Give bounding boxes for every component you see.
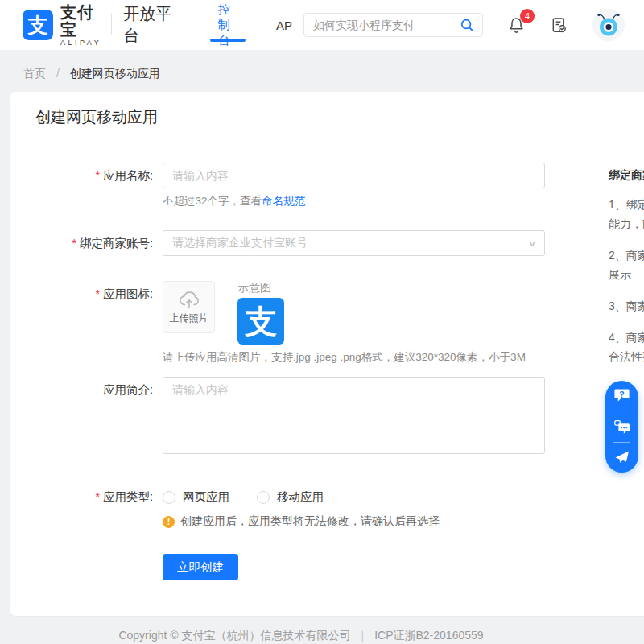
side-panel-paragraph: 3、商家账 bbox=[609, 296, 644, 316]
form-row-bind-account: *绑定商家账号: 请选择商家企业支付宝账号 ∨ bbox=[10, 230, 584, 256]
breadcrumb-current: 创建网页移动应用 bbox=[70, 67, 160, 80]
icp-license: ICP证浙B2-20160559 bbox=[374, 629, 483, 642]
form-row-app-desc: 应用简介: bbox=[10, 377, 584, 457]
app-desc-textarea[interactable] bbox=[163, 377, 545, 454]
exclamation-circle-icon: ! bbox=[163, 516, 175, 528]
search-icon[interactable] bbox=[459, 17, 476, 34]
upload-photo-button[interactable]: 上传照片 bbox=[163, 281, 215, 333]
tasks-button[interactable] bbox=[550, 16, 568, 35]
wing-icon[interactable] bbox=[613, 449, 630, 466]
app-name-label: *应用名称: bbox=[10, 163, 153, 208]
user-avatar[interactable] bbox=[592, 9, 625, 41]
app-icon-hint: 请上传应用高清图片，支持.jpg .jpeg .png格式，建议320*320像… bbox=[163, 350, 526, 365]
radio-label: 网页应用 bbox=[183, 489, 229, 505]
create-app-form: *应用名称: 不超过32个字，查看命名规范 *绑定商家账号: 请选择商家企业支付… bbox=[10, 163, 584, 580]
hint-text: 不超过32个字，查看 bbox=[163, 195, 262, 207]
platform-title: 开放平台 bbox=[123, 3, 175, 47]
app-type-label: *应用类型: bbox=[10, 484, 153, 529]
app-type-warning: ! 创建应用后，应用类型将无法修改，请确认后再选择 bbox=[163, 514, 440, 529]
side-panel-paragraph: 4、商家账 合法性要 bbox=[609, 328, 644, 366]
required-mark: * bbox=[96, 169, 100, 182]
float-menu-divider bbox=[613, 442, 630, 443]
warning-text: 创建应用后，应用类型将无法修改，请确认后再选择 bbox=[180, 514, 440, 529]
side-panel-paragraph: 1、绑定商 能力，商 bbox=[609, 195, 644, 233]
active-tab-underline bbox=[210, 39, 246, 42]
float-menu-divider bbox=[613, 411, 630, 411]
select-placeholder: 请选择商家企业支付宝账号 bbox=[172, 236, 529, 250]
radio-circle-icon bbox=[257, 491, 270, 504]
app-desc-label: 应用简介: bbox=[10, 377, 153, 457]
floating-help-menu: ? bbox=[605, 381, 638, 473]
brand-name-en: ALIPAY bbox=[60, 39, 101, 47]
top-header: 支 支付宝 ALIPAY 开放平台 控制台 AP bbox=[0, 0, 644, 50]
ant-avatar-icon bbox=[595, 11, 622, 39]
nav-item-label: AP bbox=[276, 19, 292, 32]
svg-text:?: ? bbox=[619, 390, 624, 399]
cloud-upload-icon bbox=[177, 289, 201, 310]
radio-label: 移动应用 bbox=[277, 489, 324, 505]
document-check-icon bbox=[550, 16, 568, 35]
breadcrumb-home[interactable]: 首页 bbox=[23, 67, 46, 80]
page-title: 创建网页移动应用 bbox=[35, 107, 644, 128]
bind-account-label: *绑定商家账号: bbox=[10, 230, 153, 256]
header-actions: 4 bbox=[483, 9, 625, 41]
app-name-hint: 不超过32个字，查看命名规范 bbox=[163, 194, 545, 208]
copyright-text: Copyright © 支付宝（杭州）信息技术有限公司 bbox=[118, 629, 350, 642]
brand-text: 支付宝 ALIPAY bbox=[60, 3, 101, 47]
radio-circle-icon bbox=[163, 491, 175, 504]
brand-divider bbox=[111, 14, 112, 35]
create-now-button[interactable]: 立即创建 bbox=[163, 554, 238, 580]
radio-mobile-app[interactable]: 移动应用 bbox=[257, 489, 324, 505]
alipay-logo-icon[interactable]: 支 bbox=[23, 10, 53, 40]
upload-photo-label: 上传照片 bbox=[170, 312, 208, 325]
notification-badge: 4 bbox=[520, 9, 535, 23]
search-input[interactable] bbox=[313, 19, 459, 31]
required-mark: * bbox=[72, 237, 76, 250]
required-mark: * bbox=[96, 490, 100, 503]
side-panel-heading: 绑定商家 bbox=[609, 168, 644, 183]
create-app-card: 创建网页移动应用 *应用名称: 不超过32个字，查看命名规范 *绑 bbox=[10, 92, 644, 616]
question-bubble-icon[interactable]: ? bbox=[613, 387, 630, 404]
chevron-down-icon: ∨ bbox=[527, 238, 536, 249]
chat-icon[interactable] bbox=[613, 418, 631, 436]
side-panel-paragraph: 2、商家账 展示 bbox=[609, 246, 644, 284]
app-name-input[interactable] bbox=[163, 163, 545, 188]
nav-item-console[interactable]: 控制台 bbox=[218, 0, 237, 50]
sample-icon-block: 示意图 支 bbox=[237, 281, 284, 345]
main-nav: 控制台 AP bbox=[218, 0, 292, 50]
nav-item-api[interactable]: AP bbox=[276, 0, 292, 50]
alipay-sample-logo-icon: 支 bbox=[237, 298, 284, 345]
breadcrumb-separator: / bbox=[56, 67, 60, 80]
header-search bbox=[303, 13, 483, 37]
naming-rules-link[interactable]: 命名规范 bbox=[262, 195, 305, 207]
form-row-app-name: *应用名称: 不超过32个字，查看命名规范 bbox=[10, 163, 584, 208]
breadcrumb: 首页 / 创建网页移动应用 bbox=[0, 50, 644, 92]
merchant-account-select[interactable]: 请选择商家企业支付宝账号 ∨ bbox=[163, 230, 545, 256]
radio-web-app[interactable]: 网页应用 bbox=[163, 489, 229, 505]
form-row-app-icon: *应用图标: 上传照片 bbox=[10, 281, 584, 365]
footer-separator: ｜ bbox=[357, 629, 368, 642]
brand-name: 支付宝 bbox=[60, 3, 101, 39]
notifications-button[interactable]: 4 bbox=[507, 16, 526, 35]
side-help-panel: 绑定商家 1、绑定商 能力，商 2、商家账 展示 3、商家账 4、商家账 合法性… bbox=[584, 163, 644, 580]
sample-caption: 示意图 bbox=[237, 281, 284, 295]
app-icon-label: *应用图标: bbox=[10, 281, 153, 365]
page-footer: Copyright © 支付宝（杭州）信息技术有限公司｜ICP证浙B2-2016… bbox=[0, 616, 602, 643]
required-mark: * bbox=[96, 287, 100, 300]
form-row-app-type: *应用类型: 网页应用 移动应用 ! bbox=[10, 484, 584, 529]
